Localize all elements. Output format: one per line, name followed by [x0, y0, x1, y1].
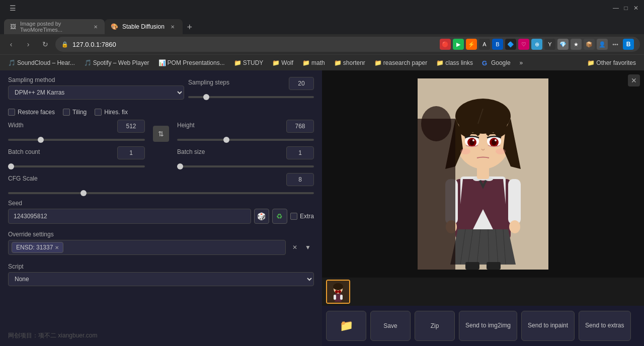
bookmark-pom-label: POM Presentations... [168, 59, 225, 66]
bookmark-soundcloud[interactable]: 🎵 SoundCloud – Hear... [4, 57, 79, 69]
bookmark-math-label: math [311, 59, 325, 66]
tab-close-icon[interactable]: ✕ [92, 23, 99, 31]
height-input[interactable] [286, 120, 314, 133]
bookmark-research[interactable]: 📁 reasearch paper [370, 57, 431, 69]
seed-input[interactable] [8, 209, 251, 224]
tab-close-sd-icon[interactable]: ✕ [169, 23, 177, 31]
thumbnail-item[interactable] [326, 280, 350, 304]
bookmark-wolf[interactable]: 📁 Wolf [268, 57, 297, 69]
override-input[interactable] [65, 244, 282, 251]
back-button[interactable]: ‹ [4, 37, 18, 51]
send-to-extras-button[interactable]: Send to extras [579, 311, 630, 341]
batch-count-section: Batch count [8, 146, 145, 169]
tab-label: Image posted by TwoMoreTimes... [20, 21, 88, 33]
ext-icon-2[interactable]: ▶ [453, 39, 464, 50]
override-settings-row: ENSD: 31337 ✕ ✕ ▼ [8, 240, 314, 255]
close-image-button[interactable]: ✕ [628, 74, 640, 86]
ext-icon-11[interactable]: ★ [571, 39, 582, 50]
other-favorites-folder-icon: 📁 [587, 59, 594, 66]
override-container: ENSD: 31337 ✕ [8, 240, 286, 255]
bookmark-google[interactable]: G Google [478, 57, 515, 69]
spotify-icon: 🎵 [84, 59, 91, 66]
override-clear-button[interactable]: ✕ [289, 241, 301, 253]
address-bar[interactable]: 🔒 127.0.0.1:7860 🔴 ▶ ⚡ A B 🔷 ♡ ⊕ Y 💎 ★ 📦… [55, 37, 640, 52]
zip-button[interactable]: Zip [415, 311, 455, 341]
cfg-scale-input[interactable] [286, 173, 314, 186]
ext-icon-5[interactable]: B [492, 39, 503, 50]
minimize-button[interactable]: — [612, 4, 620, 12]
send-to-img2img-button[interactable]: Send to img2img [459, 311, 517, 341]
bookmark-class-links[interactable]: 📁 class links [432, 57, 477, 69]
batch-count-input[interactable] [117, 146, 145, 159]
swap-dimensions-button[interactable]: ⇅ [153, 126, 169, 142]
sampling-steps-slider[interactable] [188, 96, 314, 98]
seed-dice-button[interactable]: 🎲 [254, 209, 269, 224]
bookmark-more-chevron[interactable]: » [516, 57, 527, 69]
close-button[interactable]: ✕ [632, 4, 640, 12]
bookmark-google-label: Google [491, 59, 511, 66]
script-dropdown[interactable]: None [8, 272, 314, 286]
svg-point-47 [338, 290, 341, 293]
maximize-button[interactable]: □ [622, 4, 630, 12]
sampling-method-dropdown[interactable]: DPM++ 2M Karras [8, 85, 184, 100]
ext-icon-10[interactable]: 💎 [557, 39, 569, 50]
height-slider[interactable] [177, 139, 314, 141]
override-dropdown-button[interactable]: ▼ [302, 241, 314, 253]
ext-icon-7[interactable]: ♡ [518, 39, 529, 50]
tab-favicon: 🖼 [10, 23, 16, 30]
ext-icon-more[interactable]: ••• [610, 39, 621, 50]
ext-icon-9[interactable]: Y [544, 39, 555, 50]
address-bar-row: ‹ › ↻ 🔒 127.0.0.1:7860 🔴 ▶ ⚡ A B 🔷 ♡ ⊕ Y… [0, 34, 644, 54]
new-tab-button[interactable]: + [183, 20, 197, 34]
hires-fix-checkbox[interactable]: Hires. fix [95, 109, 128, 116]
width-slider[interactable] [8, 139, 145, 141]
override-tag-close-icon[interactable]: ✕ [55, 245, 59, 250]
lock-icon: 🔒 [61, 41, 68, 48]
bookmark-study-label: STUDY [243, 59, 264, 66]
svg-point-42 [333, 283, 343, 290]
browser-menu-icon[interactable]: ☰ [8, 4, 17, 13]
ext-icon-bing[interactable]: B [623, 39, 634, 50]
batch-count-slider[interactable] [8, 165, 145, 167]
tiling-checkbox[interactable]: Tiling [63, 109, 87, 116]
character-image [418, 78, 548, 270]
restore-faces-checkbox[interactable]: Restore faces [8, 109, 55, 116]
bookmark-other-favorites[interactable]: 📁 Other favorites [583, 57, 640, 69]
sampling-method-label: Sampling method [8, 76, 184, 83]
bookmark-spotify[interactable]: 🎵 Spotify – Web Player [80, 57, 153, 69]
ext-icon-4[interactable]: A [479, 39, 490, 50]
bookmark-study[interactable]: 📁 STUDY [230, 57, 268, 69]
batch-row: Batch count Batch size [8, 146, 314, 169]
seed-recycle-button[interactable]: ♻ [272, 209, 287, 224]
ext-icon-13[interactable]: 👤 [597, 39, 608, 50]
refresh-button[interactable]: ↻ [38, 37, 52, 51]
tab-image-posted[interactable]: 🖼 Image posted by TwoMoreTimes... ✕ [4, 19, 105, 34]
ext-icon-6[interactable]: 🔷 [505, 39, 516, 50]
dimensions-batch-row: Width ⇅ Height [8, 120, 314, 142]
send-to-inpaint-button[interactable]: Send to inpaint [521, 311, 575, 341]
open-folder-button[interactable]: 📁 [326, 311, 366, 341]
sampling-steps-label: Sampling steps [188, 79, 229, 86]
tab-stable-diffusion[interactable]: 🎨 Stable Diffusion ✕ [105, 19, 183, 34]
sampling-steps-input[interactable] [289, 77, 314, 90]
width-input[interactable] [117, 120, 145, 133]
tab-favicon-sd: 🎨 [111, 23, 118, 30]
batch-size-input[interactable] [286, 146, 314, 159]
forward-button[interactable]: › [21, 37, 35, 51]
cfg-scale-section: CFG Scale [8, 173, 314, 196]
batch-size-slider[interactable] [177, 165, 314, 167]
extra-checkbox[interactable]: Extra [290, 213, 314, 220]
bookmark-pom[interactable]: 📊 POM Presentations... [154, 57, 229, 69]
cfg-scale-slider[interactable] [8, 192, 314, 194]
svg-point-39 [421, 106, 451, 141]
restore-faces-box [8, 109, 15, 116]
override-tag: ENSD: 31337 ✕ [12, 242, 63, 253]
bookmark-math[interactable]: 📁 math [298, 57, 329, 69]
ext-icon-12[interactable]: 📦 [584, 39, 595, 50]
browser-chrome: ☰ — □ ✕ 🖼 Image posted by TwoMoreTimes..… [0, 0, 644, 70]
ext-icon-1[interactable]: 🔴 [440, 39, 451, 50]
ext-icon-8[interactable]: ⊕ [531, 39, 542, 50]
ext-icon-3[interactable]: ⚡ [466, 39, 477, 50]
bookmark-shortenr[interactable]: 📁 shortenr [330, 57, 369, 69]
save-button[interactable]: Save [370, 311, 411, 341]
